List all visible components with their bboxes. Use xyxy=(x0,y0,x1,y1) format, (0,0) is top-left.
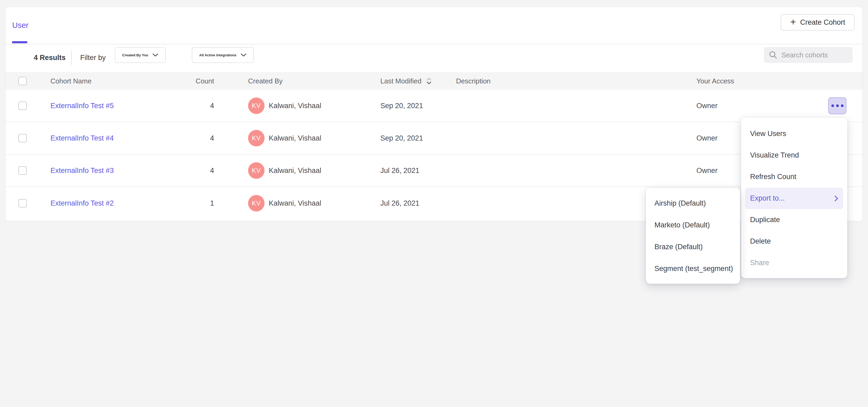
avatar: KV xyxy=(248,162,265,179)
table-header: Cohort Name Count Created By Last Modifi… xyxy=(6,72,862,90)
avatar: KV xyxy=(248,130,265,146)
header-cohort-name: Cohort Name xyxy=(51,77,92,85)
menu-item-share: Share xyxy=(745,252,843,274)
menu-item-view-users[interactable]: View Users xyxy=(745,123,843,145)
created-by-name: Kalwani, Vishaal xyxy=(269,102,321,110)
cohort-name-link[interactable]: ExternalInfo Test #4 xyxy=(51,134,114,143)
created-by-name: Kalwani, Vishaal xyxy=(269,134,321,143)
tab-user[interactable]: User xyxy=(12,21,28,30)
table-row: ExternalInfo Test #5 4 KV Kalwani, Visha… xyxy=(6,90,862,122)
header-description: Description xyxy=(456,77,491,85)
plus-icon: + xyxy=(790,17,796,27)
row-checkbox[interactable] xyxy=(18,134,27,143)
created-by-dropdown-label: Created By You xyxy=(122,53,148,57)
integrations-dropdown[interactable]: All Active Integrations xyxy=(192,47,254,63)
header-last-modified-label: Last Modified xyxy=(380,77,422,85)
access-cell: Owner xyxy=(696,166,718,175)
header-count: Count xyxy=(165,77,214,85)
submenu-item-braze[interactable]: Braze (Default) xyxy=(646,236,740,258)
submenu-item-segment[interactable]: Segment (test_segment) xyxy=(646,258,740,280)
created-by-name: Kalwani, Vishaal xyxy=(269,166,321,175)
results-count: 4 Results xyxy=(34,54,66,62)
chevron-right-icon xyxy=(834,195,838,201)
cohort-count: 4 xyxy=(165,166,214,175)
row-checkbox[interactable] xyxy=(18,199,27,208)
cohort-count: 1 xyxy=(165,199,214,208)
last-modified-date: Sep 20, 2021 xyxy=(380,134,423,143)
row-checkbox[interactable] xyxy=(18,166,27,175)
last-modified-date: Jul 26, 2021 xyxy=(380,199,420,208)
select-all-checkbox[interactable] xyxy=(18,77,27,85)
cohort-name-link[interactable]: ExternalInfo Test #3 xyxy=(51,166,114,175)
sort-icon[interactable] xyxy=(426,77,432,84)
cohort-name-link[interactable]: ExternalInfo Test #5 xyxy=(51,102,114,110)
filter-by-label: Filter by xyxy=(80,54,106,62)
export-submenu: Airship (Default) Marketo (Default) Braz… xyxy=(646,188,740,284)
search-input[interactable] xyxy=(781,51,845,59)
last-modified-date: Jul 26, 2021 xyxy=(380,166,420,175)
search-box xyxy=(764,47,852,63)
created-by-name: Kalwani, Vishaal xyxy=(269,199,321,208)
cohort-name-link[interactable]: ExternalInfo Test #2 xyxy=(51,199,114,208)
access-cell: Owner xyxy=(696,102,718,110)
table-row: ExternalInfo Test #3 4 KV Kalwani, Visha… xyxy=(6,155,862,187)
chevron-down-icon xyxy=(241,53,246,57)
row-checkbox[interactable] xyxy=(18,101,27,110)
menu-item-export-to[interactable]: Export to... xyxy=(745,188,843,209)
vertical-divider xyxy=(71,50,72,65)
table-row: ExternalInfo Test #4 4 KV Kalwani, Visha… xyxy=(6,122,862,155)
cohort-count: 4 xyxy=(165,102,214,110)
cohort-count: 4 xyxy=(165,134,214,143)
menu-item-visualize-trend[interactable]: Visualize Trend xyxy=(745,145,843,166)
chevron-down-icon xyxy=(152,53,158,57)
submenu-item-marketo[interactable]: Marketo (Default) xyxy=(646,214,740,236)
row-context-menu: View Users Visualize Trend Refresh Count… xyxy=(741,118,847,278)
menu-item-duplicate[interactable]: Duplicate xyxy=(745,209,843,230)
header-created-by: Created By xyxy=(248,77,283,85)
header-your-access: Your Access xyxy=(696,77,734,85)
more-options-button[interactable] xyxy=(828,97,846,114)
access-cell: Owner xyxy=(696,134,718,143)
search-icon xyxy=(769,51,778,60)
create-cohort-button[interactable]: + Create Cohort xyxy=(781,14,855,31)
integrations-dropdown-label: All Active Integrations xyxy=(199,53,237,57)
avatar: KV xyxy=(248,195,265,212)
created-by-dropdown[interactable]: Created By You xyxy=(115,47,166,63)
avatar: KV xyxy=(248,97,265,114)
menu-item-refresh-count[interactable]: Refresh Count xyxy=(745,166,843,188)
submenu-item-airship[interactable]: Airship (Default) xyxy=(646,192,740,214)
create-cohort-label: Create Cohort xyxy=(800,18,845,27)
filter-bar: 4 Results Filter by Created By You All A… xyxy=(6,44,862,72)
header-last-modified[interactable]: Last Modified xyxy=(380,77,432,85)
tab-active-underline xyxy=(12,41,27,43)
more-options-icon xyxy=(831,104,834,107)
menu-item-delete[interactable]: Delete xyxy=(745,230,843,252)
last-modified-date: Sep 20, 2021 xyxy=(380,102,423,110)
cohorts-page: User + Create Cohort 4 Results Filter by… xyxy=(0,0,868,407)
